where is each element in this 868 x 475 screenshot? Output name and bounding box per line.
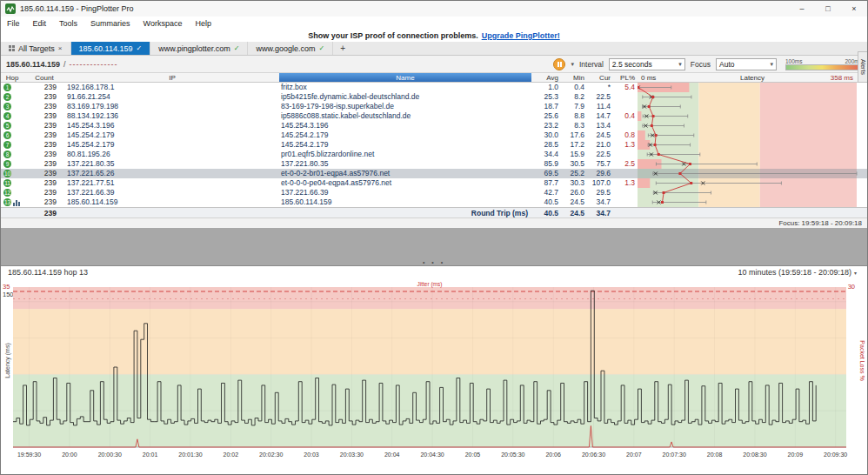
timeline-panel: 185.60.114.159 hop 13 10 minutes (19:59:… — [1, 265, 867, 474]
min-cell: 17.6 — [561, 130, 587, 140]
header-pl[interactable]: PL% — [613, 73, 638, 82]
count-cell: 239 — [23, 188, 65, 197]
hop-cell: 2 — [1, 92, 23, 102]
upgrade-link[interactable]: Upgrade PingPlotter! — [482, 31, 560, 40]
tab-target-1[interactable]: 185.60.114.159 ✓ — [71, 42, 151, 55]
pane-splitter[interactable]: • • • — [1, 258, 867, 265]
latency-cell — [638, 121, 867, 130]
grid-icon — [9, 45, 15, 51]
count-cell: 239 — [23, 159, 65, 169]
tab-target-3[interactable]: www.google.com ✓ — [248, 42, 333, 55]
new-tab-button[interactable]: + — [333, 42, 352, 55]
pause-dropdown-icon[interactable]: ▾ — [571, 61, 574, 68]
hop-badge: 5 — [3, 122, 11, 130]
header-avg[interactable]: Avg — [531, 73, 561, 82]
focus-range-bar: Focus: 19:59:18 - 20:09:18 — [1, 217, 867, 228]
pl-cell: 0.8 — [613, 130, 638, 140]
table-row[interactable]: 7 239 145.254.2.179 145.254.2.179 28.5 1… — [1, 140, 867, 150]
table-row[interactable]: 8 239 80.81.195.26 pr01.eqfr5.blizzardon… — [1, 150, 867, 159]
header-count[interactable]: Count — [23, 73, 65, 82]
min-cell: 30.5 — [561, 159, 587, 169]
name-cell: 137.221.66.39 — [279, 188, 531, 197]
header-name[interactable]: Name — [279, 73, 531, 82]
alerts-side-tab[interactable]: Alerts — [858, 51, 867, 83]
svg-text:20:09:30: 20:09:30 — [824, 452, 847, 458]
avg-cell: 28.5 — [531, 140, 561, 150]
pause-button[interactable] — [553, 58, 565, 70]
header-hop[interactable]: Hop — [1, 73, 23, 82]
cur-cell: 11.4 — [587, 102, 613, 111]
min-cell: 30.3 — [561, 178, 587, 188]
table-row[interactable]: 12 239 137.221.66.39 137.221.66.39 42.7 … — [1, 188, 867, 197]
tab-label: All Targets — [18, 44, 55, 53]
cur-cell: 13.4 — [587, 121, 613, 130]
count-cell: 239 — [23, 178, 65, 188]
table-row[interactable]: 6 239 145.254.2.179 145.254.2.179 30.0 1… — [1, 130, 867, 140]
hop-cell: 1 — [1, 83, 23, 92]
focus-select[interactable]: Auto ▾ — [716, 58, 777, 70]
cur-cell: * — [587, 83, 613, 92]
count-cell: 239 — [23, 83, 65, 92]
svg-text:20:02: 20:02 — [224, 452, 239, 458]
trace-table-header: Hop Count IP Name Avg Min Cur PL% 0 ms L… — [1, 73, 867, 83]
focus-range-text: Focus: 19:59:18 - 20:09:18 — [778, 219, 862, 227]
titlebar: 185.60.114.159 - PingPlotter Pro – □ × — [1, 1, 867, 17]
menu-file[interactable]: File — [7, 19, 20, 28]
avg-cell: 40.5 — [531, 197, 561, 207]
pl-cell — [613, 92, 638, 102]
minimize-button[interactable]: – — [789, 1, 815, 17]
svg-text:20:09: 20:09 — [788, 452, 804, 458]
pl-cell — [613, 121, 638, 130]
close-tab-icon[interactable]: × — [58, 44, 63, 52]
ip-cell: 145.254.2.179 — [65, 140, 279, 150]
menu-tools[interactable]: Tools — [59, 19, 77, 28]
table-row[interactable]: 5 239 145.254.3.196 145.254.3.196 23.2 8… — [1, 121, 867, 130]
pl-cell — [613, 150, 638, 159]
hop-cell: 10 — [1, 169, 23, 178]
tab-all-targets[interactable]: All Targets × — [1, 42, 71, 55]
name-cell: et-0-0-2-br01-eqpa4.as57976.net — [279, 169, 531, 178]
pl-cell: 1.3 — [613, 140, 638, 150]
table-row[interactable]: 10 239 137.221.65.26 et-0-0-2-br01-eqpa4… — [1, 169, 867, 178]
timeline-range-selector[interactable]: 10 minutes (19:59:18 - 20:09:18) ▾ — [738, 268, 857, 277]
avg-cell: 85.9 — [531, 159, 561, 169]
table-row[interactable]: 13 239 185.60.114.159 185.60.114.159 40.… — [1, 197, 867, 207]
menu-edit[interactable]: Edit — [33, 19, 47, 28]
svg-text:20:03:30: 20:03:30 — [340, 452, 364, 458]
pl-cell: 2.5 — [613, 159, 638, 169]
avg-cell: 69.5 — [531, 169, 561, 178]
menu-help[interactable]: Help — [195, 19, 211, 28]
trace-table-body: 1 239 192.168.178.1 fritz.box 1.0 0.4 * … — [1, 83, 867, 207]
name-cell: ip5886c088.static.kabel-deutschland.de — [279, 111, 531, 121]
count-cell: 239 — [23, 121, 65, 130]
tab-target-2[interactable]: www.pingplotter.com ✓ — [150, 42, 248, 55]
menu-summaries[interactable]: Summaries — [90, 19, 130, 28]
latency-cell — [638, 130, 867, 140]
hop-badge: 11 — [3, 179, 11, 187]
app-icon — [5, 3, 16, 14]
header-min[interactable]: Min — [561, 73, 587, 82]
table-row[interactable]: 4 239 88.134.192.136 ip5886c088.static.k… — [1, 111, 867, 121]
table-row[interactable]: 3 239 83.169.179.198 83-169-179-198-isp.… — [1, 102, 867, 111]
timeline-graph[interactable]: 19:59:3020:0020:00:3020:0120:01:3020:022… — [1, 280, 868, 475]
menu-workspace[interactable]: Workspace — [144, 19, 183, 28]
table-row[interactable]: 9 239 137.221.80.35 137.221.80.35 85.9 3… — [1, 159, 867, 169]
maximize-button[interactable]: □ — [815, 1, 841, 17]
latency-cell — [638, 111, 867, 121]
avg-cell: 30.0 — [531, 130, 561, 140]
ip-cell: 91.66.21.254 — [65, 92, 279, 102]
close-button[interactable]: × — [841, 1, 867, 17]
latency-cell — [638, 83, 867, 92]
header-ip[interactable]: IP — [65, 73, 279, 82]
pl-cell — [613, 169, 638, 178]
table-row[interactable]: 1 239 192.168.178.1 fritz.box 1.0 0.4 * … — [1, 83, 867, 92]
name-cell: 83-169-179-198-isp.superkabel.de — [279, 102, 531, 111]
menubar: File Edit Tools Summaries Workspace Help — [1, 17, 867, 30]
ip-cell: 137.221.66.39 — [65, 188, 279, 197]
count-cell: 239 — [23, 150, 65, 159]
header-cur[interactable]: Cur — [587, 73, 613, 82]
interval-select[interactable]: 2.5 seconds ▾ — [609, 58, 685, 70]
min-cell: 7.9 — [561, 102, 587, 111]
table-row[interactable]: 2 239 91.66.21.254 ip5b4215fe.dynamic.ka… — [1, 92, 867, 102]
table-row[interactable]: 11 239 137.221.77.51 et-0-0-0-pe04-eqpa4… — [1, 178, 867, 188]
